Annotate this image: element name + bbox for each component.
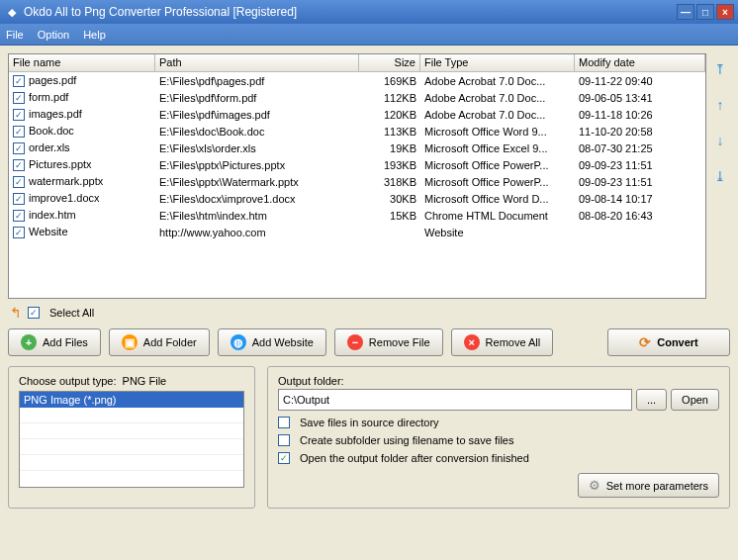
close-button[interactable]: × [716, 4, 734, 20]
move-bottom-button[interactable]: ⤓ [710, 166, 730, 186]
output-type-option[interactable]: PNG Image (*.png) [20, 392, 243, 408]
table-row[interactable]: ✓pages.pdfE:\Files\pdf\pages.pdf169KBAdo… [9, 72, 705, 89]
output-type-list[interactable]: PNG Image (*.png) [19, 391, 244, 488]
x-icon: × [464, 334, 480, 350]
col-path[interactable]: Path [155, 54, 359, 71]
add-website-button[interactable]: ◍Add Website [218, 328, 326, 356]
row-checkbox[interactable]: ✓ [13, 210, 25, 222]
table-row[interactable]: ✓Book.docE:\Files\doc\Book.doc113KBMicro… [9, 123, 705, 140]
window-title: Okdo All to Png Converter Professional [… [24, 5, 677, 19]
output-folder-panel: Output folder: ... Open Save files in so… [267, 366, 730, 509]
add-folder-button[interactable]: ▣Add Folder [109, 328, 210, 356]
set-more-parameters-button[interactable]: ⚙Set more parameters [578, 473, 719, 498]
menu-help[interactable]: Help [83, 29, 106, 41]
save-source-label: Save files in source directory [300, 417, 439, 428]
subfolder-label: Create subfolder using filename to save … [300, 434, 513, 446]
table-row[interactable]: ✓form.pdfE:\Files\pdf\form.pdf112KBAdobe… [9, 89, 705, 106]
file-list-header: File name Path Size File Type Modify dat… [9, 54, 705, 72]
open-after-label: Open the output folder after conversion … [300, 452, 529, 464]
move-up-button[interactable]: ↑ [710, 95, 730, 115]
output-type-label: Choose output type: [19, 375, 116, 387]
output-folder-input[interactable] [278, 389, 632, 411]
col-type[interactable]: File Type [420, 54, 575, 71]
select-all-checkbox[interactable]: ✓ [28, 307, 40, 319]
globe-icon: ◍ [231, 334, 246, 350]
menubar: File Option Help [0, 24, 738, 46]
output-type-value: PNG File [123, 375, 167, 387]
table-row[interactable]: ✓Websitehttp://www.yahoo.comWebsite [9, 224, 705, 240]
add-files-button[interactable]: +Add Files [8, 328, 101, 356]
titlebar: ◆ Okdo All to Png Converter Professional… [0, 0, 738, 24]
table-row[interactable]: ✓images.pdfE:\Files\pdf\images.pdf120KBA… [9, 106, 705, 123]
app-icon: ◆ [4, 4, 20, 20]
row-checkbox[interactable]: ✓ [13, 176, 25, 188]
row-checkbox[interactable]: ✓ [13, 109, 25, 121]
col-size[interactable]: Size [359, 54, 420, 71]
minimize-button[interactable]: — [677, 4, 694, 20]
row-checkbox[interactable]: ✓ [13, 142, 25, 154]
open-after-checkbox[interactable]: ✓ [278, 452, 290, 464]
menu-file[interactable]: File [6, 29, 24, 41]
move-top-button[interactable]: ⤒ [710, 59, 730, 79]
table-row[interactable]: ✓watermark.pptxE:\Files\pptx\Watermark.p… [9, 173, 705, 190]
table-row[interactable]: ✓order.xlsE:\Files\xls\order.xls19KBMicr… [9, 140, 705, 156]
row-checkbox[interactable]: ✓ [13, 193, 25, 205]
col-name[interactable]: File name [9, 54, 155, 71]
col-date[interactable]: Modify date [575, 54, 705, 71]
minus-icon: − [347, 334, 363, 350]
remove-file-button[interactable]: −Remove File [334, 328, 443, 356]
row-checkbox[interactable]: ✓ [13, 126, 25, 138]
table-row[interactable]: ✓index.htmE:\Files\htm\index.htm15KBChro… [9, 207, 705, 224]
open-folder-button[interactable]: Open [671, 389, 719, 411]
convert-button[interactable]: ⟳Convert [607, 328, 730, 356]
browse-button[interactable]: ... [636, 389, 667, 411]
menu-option[interactable]: Option [38, 29, 69, 41]
row-checkbox[interactable]: ✓ [13, 75, 25, 87]
folder-icon: ▣ [122, 334, 138, 350]
table-row[interactable]: ✓improve1.docxE:\Files\docx\improve1.doc… [9, 190, 705, 207]
move-down-button[interactable]: ↓ [710, 131, 730, 150]
row-checkbox[interactable]: ✓ [13, 92, 25, 104]
remove-all-button[interactable]: ×Remove All [451, 328, 554, 356]
output-folder-label: Output folder: [278, 375, 719, 387]
select-all-label: Select All [49, 307, 94, 319]
row-checkbox[interactable]: ✓ [13, 159, 25, 171]
save-source-checkbox[interactable] [278, 417, 290, 428]
gear-icon: ⚙ [589, 478, 600, 493]
output-type-panel: Choose output type: PNG File PNG Image (… [8, 366, 255, 509]
row-checkbox[interactable]: ✓ [13, 227, 25, 238]
convert-icon: ⟳ [639, 334, 651, 350]
maximize-button[interactable]: □ [696, 4, 714, 20]
table-row[interactable]: ✓Pictures.pptxE:\Files\pptx\Pictures.ppt… [9, 156, 705, 173]
subfolder-checkbox[interactable] [278, 434, 290, 446]
plus-icon: + [21, 334, 37, 350]
up-arrow-icon: ↰ [10, 305, 22, 321]
file-list[interactable]: File name Path Size File Type Modify dat… [8, 53, 706, 299]
